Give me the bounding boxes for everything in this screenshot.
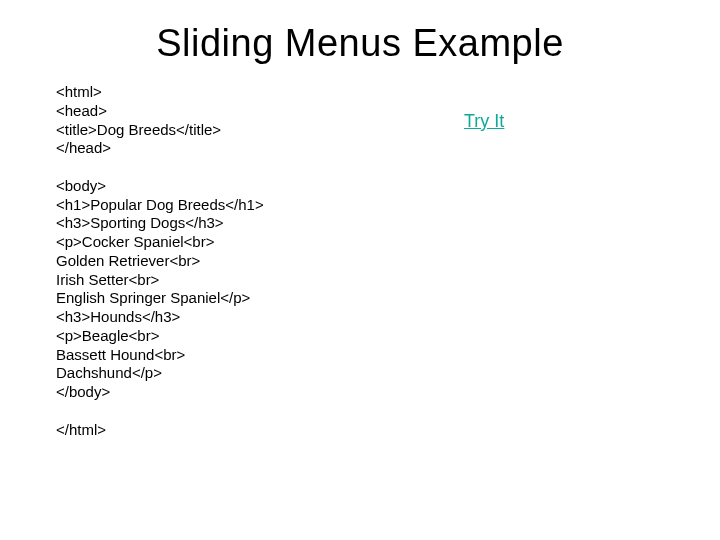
- try-it-link[interactable]: Try It: [464, 111, 504, 131]
- link-area: Try It: [464, 83, 664, 132]
- slide-title: Sliding Menus Example: [0, 22, 720, 65]
- content-area: <html> <head> <title>Dog Breeds</title> …: [0, 83, 720, 439]
- code-block: <html> <head> <title>Dog Breeds</title> …: [56, 83, 464, 439]
